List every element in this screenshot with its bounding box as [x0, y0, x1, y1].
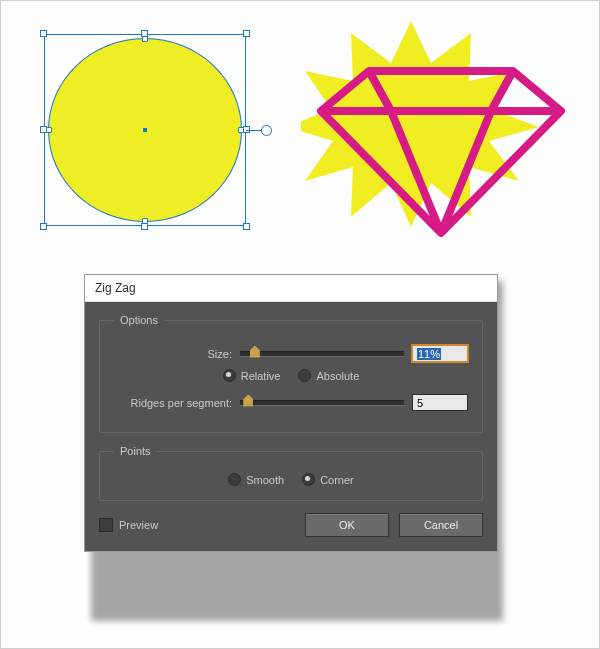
preview-label: Preview: [119, 519, 158, 531]
relative-label: Relative: [241, 370, 281, 382]
center-point[interactable]: [143, 128, 147, 132]
radio-icon: [223, 369, 236, 382]
resize-handle-br[interactable]: [243, 223, 250, 230]
dialog-body: Options Size: 11% Relative Absolute: [85, 302, 497, 551]
size-row: Size: 11%: [114, 345, 468, 362]
points-legend: Points: [114, 445, 157, 457]
anchor-point-top[interactable]: [142, 36, 148, 42]
radio-icon: [302, 473, 315, 486]
corner-label: Corner: [320, 474, 354, 486]
radio-icon: [228, 473, 241, 486]
size-input[interactable]: 11%: [412, 345, 468, 362]
ok-button[interactable]: OK: [305, 513, 389, 537]
ridges-input[interactable]: 5: [412, 394, 468, 411]
radio-icon: [298, 369, 311, 382]
resize-handle-tl[interactable]: [40, 30, 47, 37]
ridges-label: Ridges per segment:: [114, 397, 238, 409]
resize-handle-bm[interactable]: [141, 223, 148, 230]
dialog-title[interactable]: Zig Zag: [85, 275, 497, 302]
options-group: Options Size: 11% Relative Absolute: [99, 314, 483, 433]
size-label: Size:: [114, 348, 238, 360]
corner-radio[interactable]: Corner: [302, 473, 354, 486]
size-slider[interactable]: [240, 351, 404, 357]
rotate-handle[interactable]: [261, 125, 272, 136]
absolute-label: Absolute: [316, 370, 359, 382]
zigzag-dialog: Zig Zag Options Size: 11% Relative Absol…: [84, 274, 498, 552]
anchor-point-right[interactable]: [238, 127, 244, 133]
points-mode-group: Smooth Corner: [114, 473, 468, 486]
cancel-button[interactable]: Cancel: [399, 513, 483, 537]
selected-object[interactable]: [44, 34, 246, 226]
relative-radio[interactable]: Relative: [223, 369, 281, 382]
resize-handle-tr[interactable]: [243, 30, 250, 37]
resize-handle-bl[interactable]: [40, 223, 47, 230]
smooth-radio[interactable]: Smooth: [228, 473, 284, 486]
ridges-row: Ridges per segment: 5: [114, 394, 468, 411]
canvas-artwork: [1, 1, 600, 256]
size-mode-group: Relative Absolute: [114, 369, 468, 382]
starburst-diamond-art: [301, 11, 581, 251]
dialog-footer: Preview OK Cancel: [99, 513, 483, 537]
preview-checkbox[interactable]: [99, 518, 113, 532]
smooth-label: Smooth: [246, 474, 284, 486]
size-slider-thumb[interactable]: [250, 346, 260, 358]
options-legend: Options: [114, 314, 164, 326]
absolute-radio[interactable]: Absolute: [298, 369, 359, 382]
ridges-slider-thumb[interactable]: [243, 395, 253, 407]
anchor-point-bottom[interactable]: [142, 218, 148, 224]
ridges-slider[interactable]: [240, 400, 404, 406]
anchor-point-left[interactable]: [46, 127, 52, 133]
points-group: Points Smooth Corner: [99, 445, 483, 501]
